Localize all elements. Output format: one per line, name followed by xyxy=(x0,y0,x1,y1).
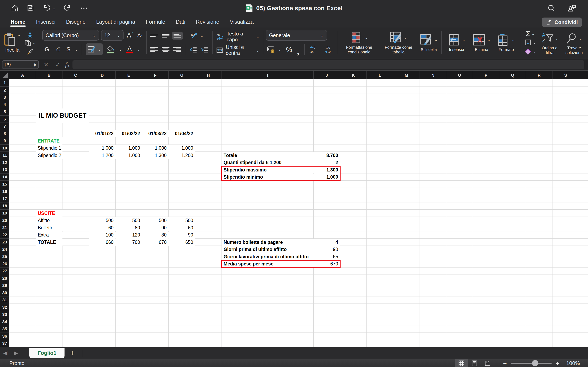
column-header-E[interactable]: E xyxy=(116,71,142,79)
cell-B21[interactable]: Bollette xyxy=(36,224,62,231)
tab-home[interactable]: Home xyxy=(5,16,31,27)
cell-F23[interactable]: 670 xyxy=(142,239,169,246)
undo-button[interactable]: ⌄ xyxy=(42,4,56,12)
row-header-27[interactable]: 27 xyxy=(0,267,9,275)
cell-F20[interactable]: 500 xyxy=(142,217,169,224)
cell-E10[interactable]: 1.000 xyxy=(116,145,142,152)
share-button[interactable]: Condividi xyxy=(542,17,582,27)
row-header-16[interactable]: 16 xyxy=(0,188,9,195)
column-header-G[interactable]: G xyxy=(169,71,195,79)
zoom-percentage[interactable]: 100% xyxy=(566,360,588,366)
column-header-I[interactable]: I xyxy=(222,71,314,79)
row-header-22[interactable]: 22 xyxy=(0,231,9,239)
page-break-view-button[interactable] xyxy=(481,359,494,367)
row-header-35[interactable]: 35 xyxy=(0,325,9,333)
cell-D20[interactable]: 500 xyxy=(89,217,116,224)
row-header-29[interactable]: 29 xyxy=(0,282,9,289)
decrease-decimal-button[interactable]: ,00,0 xyxy=(323,45,334,54)
column-header-M[interactable]: M xyxy=(393,71,420,79)
column-header-C[interactable]: C xyxy=(62,71,89,79)
cell-E21[interactable]: 80 xyxy=(116,224,142,231)
format-as-table-button[interactable]: ⌄ Formatta come tabella xyxy=(380,30,416,55)
row-header-19[interactable]: 19 xyxy=(0,210,9,217)
column-header-K[interactable]: K xyxy=(340,71,367,79)
font-color-button[interactable]: A xyxy=(125,45,134,53)
cell-J14[interactable]: 1.000 xyxy=(314,174,340,181)
cell-B9[interactable]: ENTRATE xyxy=(36,137,62,145)
tab-disegno[interactable]: Disegno xyxy=(61,16,91,27)
orientation-button[interactable]: ab ⌄ xyxy=(189,31,205,41)
cell-I13[interactable]: Stipendio massimo xyxy=(222,166,314,174)
underline-chevron-icon[interactable]: ⌄ xyxy=(75,47,78,51)
cell-E23[interactable]: 700 xyxy=(116,239,142,246)
font-size-select[interactable]: 12⌄ xyxy=(101,30,123,41)
tab-layout-di-pagina[interactable]: Layout di pagina xyxy=(91,16,140,27)
name-box[interactable]: P9 ▲▼ xyxy=(2,60,39,69)
align-right-button[interactable] xyxy=(172,46,182,53)
fill-color-chevron-icon[interactable]: ⌄ xyxy=(119,47,122,51)
row-header-20[interactable]: 20 xyxy=(0,217,9,224)
cut-button[interactable] xyxy=(23,30,37,39)
cell-E11[interactable]: 1.000 xyxy=(116,152,142,159)
select-all-corner[interactable] xyxy=(0,71,9,79)
underline-button[interactable]: S xyxy=(65,45,72,54)
cell-G21[interactable]: 60 xyxy=(169,224,195,231)
cell-B20[interactable]: Affitto xyxy=(36,217,62,224)
column-header-H[interactable]: H xyxy=(195,71,222,79)
cell-I23[interactable]: Numero bollette da pagare xyxy=(222,239,314,246)
wrap-text-button[interactable]: abc Testo a capo ⌄ xyxy=(215,30,260,43)
cell-J24[interactable]: 90 xyxy=(314,246,340,253)
cell-I24[interactable]: Giorni prima di ultimo affitto xyxy=(222,246,314,253)
row-header-26[interactable]: 26 xyxy=(0,260,9,268)
row-header-23[interactable]: 23 xyxy=(0,239,9,246)
row-header-7[interactable]: 7 xyxy=(0,123,9,130)
redo-button[interactable] xyxy=(63,4,72,12)
cell-J13[interactable]: 1.300 xyxy=(314,166,340,174)
cell-F10[interactable]: 1.000 xyxy=(142,145,169,152)
currency-format-button[interactable]: ⌄ xyxy=(266,45,282,54)
row-header-2[interactable]: 2 xyxy=(0,87,9,94)
cell-E8[interactable]: 01/02/22 xyxy=(116,130,142,137)
tab-visualizza[interactable]: Visualizza xyxy=(225,16,259,27)
row-header-10[interactable]: 10 xyxy=(0,145,9,152)
font-name-select[interactable]: Calibri (Corpo)⌄ xyxy=(42,30,99,41)
undo-chevron-icon[interactable]: ⌄ xyxy=(52,6,56,10)
formula-input[interactable] xyxy=(72,60,584,69)
row-header-32[interactable]: 32 xyxy=(0,304,9,311)
row-header-25[interactable]: 25 xyxy=(0,253,9,260)
increase-font-button[interactable]: Aˆ xyxy=(126,31,134,40)
cell-B5[interactable]: IL MIO BUDGET xyxy=(36,108,89,123)
search-icon[interactable] xyxy=(547,4,556,12)
row-header-24[interactable]: 24 xyxy=(0,246,9,253)
paste-button[interactable]: ⌄ Incolla xyxy=(3,33,22,53)
cell-I25[interactable]: Giorni lavorativi prima di ultimo affitt… xyxy=(222,253,314,260)
page-layout-view-button[interactable] xyxy=(468,359,481,367)
italic-button[interactable]: C xyxy=(54,45,62,54)
column-header-partial[interactable] xyxy=(579,71,588,79)
cell-F11[interactable]: 1.300 xyxy=(142,152,169,159)
zoom-slider[interactable] xyxy=(511,363,552,364)
save-icon[interactable] xyxy=(26,4,34,12)
percent-button[interactable]: % xyxy=(285,45,293,54)
copy-button[interactable]: ⌄ xyxy=(23,39,37,47)
cell-I26[interactable]: Media spese per mese xyxy=(222,261,314,268)
cancel-icon[interactable]: ✕ xyxy=(42,61,51,68)
cell-G20[interactable]: 500 xyxy=(169,217,195,224)
cell-J25[interactable]: 65 xyxy=(314,253,340,260)
cell-E22[interactable]: 120 xyxy=(116,232,142,239)
insert-function-icon[interactable]: fx xyxy=(65,61,70,68)
next-sheet-icon[interactable]: ▶ xyxy=(11,350,21,356)
column-header-S[interactable]: S xyxy=(553,71,579,79)
tab-formule[interactable]: Formule xyxy=(140,16,171,27)
row-header-37[interactable]: 37 xyxy=(0,340,9,347)
decrease-indent-button[interactable] xyxy=(188,45,199,54)
row-header-36[interactable]: 36 xyxy=(0,333,9,340)
increase-indent-button[interactable] xyxy=(200,45,210,54)
contacts-icon[interactable] xyxy=(567,4,577,12)
more-icon[interactable] xyxy=(80,4,88,12)
column-header-R[interactable]: R xyxy=(526,71,553,79)
zoom-in-button[interactable]: + xyxy=(556,360,559,367)
column-header-N[interactable]: N xyxy=(420,71,446,79)
normal-view-button[interactable] xyxy=(455,359,468,367)
cell-D11[interactable]: 1.200 xyxy=(89,152,116,159)
